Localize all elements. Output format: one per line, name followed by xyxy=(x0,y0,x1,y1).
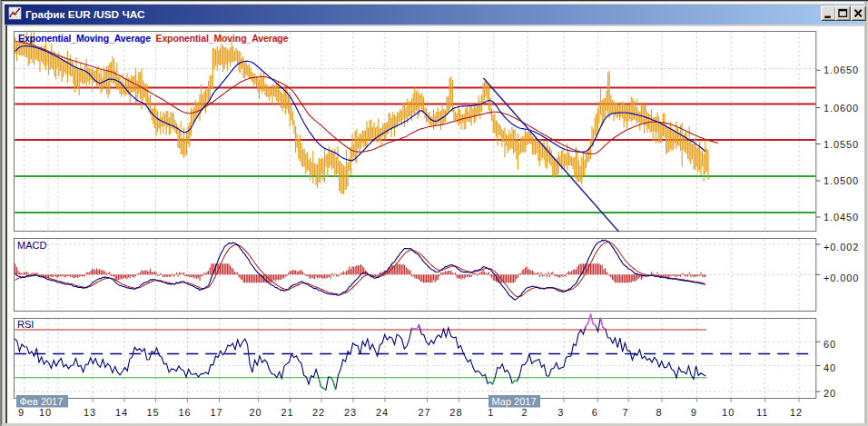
svg-text:RSI: RSI xyxy=(17,319,34,330)
svg-text:7: 7 xyxy=(623,407,629,418)
svg-text:Exponential_Moving_Average: Exponential_Moving_Average xyxy=(18,33,151,44)
svg-text:1.0550: 1.0550 xyxy=(824,139,859,150)
svg-text:+0.002: +0.002 xyxy=(824,242,859,253)
svg-text:60: 60 xyxy=(824,339,836,350)
svg-text:2: 2 xyxy=(522,407,528,418)
svg-text:+0.000: +0.000 xyxy=(824,272,859,283)
svg-text:1.0600: 1.0600 xyxy=(824,103,859,114)
svg-text:Мар 2017: Мар 2017 xyxy=(492,396,537,407)
svg-text:Exponential_Moving_Average: Exponential_Moving_Average xyxy=(156,33,289,44)
svg-text:11: 11 xyxy=(756,407,768,418)
svg-text:10: 10 xyxy=(722,407,735,418)
svg-text:16: 16 xyxy=(178,407,191,418)
svg-text:6: 6 xyxy=(592,407,598,418)
svg-text:3: 3 xyxy=(557,407,564,418)
svg-text:13: 13 xyxy=(84,407,96,418)
svg-text:10: 10 xyxy=(39,407,52,418)
svg-text:24: 24 xyxy=(376,407,389,418)
svg-text:12: 12 xyxy=(790,407,803,418)
svg-text:27: 27 xyxy=(418,407,430,418)
svg-text:22: 22 xyxy=(312,407,325,418)
svg-text:28: 28 xyxy=(449,407,462,418)
svg-text:20: 20 xyxy=(824,388,836,399)
svg-text:График EUR /USD ЧАС: График EUR /USD ЧАС xyxy=(25,8,145,21)
svg-text:23: 23 xyxy=(344,407,357,418)
svg-text:1.0500: 1.0500 xyxy=(824,175,859,186)
svg-text:1.0650: 1.0650 xyxy=(824,64,859,75)
svg-text:1: 1 xyxy=(488,407,494,418)
svg-text:9: 9 xyxy=(18,407,25,418)
svg-text:40: 40 xyxy=(824,362,836,373)
svg-text:Фев 2017: Фев 2017 xyxy=(20,396,64,407)
svg-text:9: 9 xyxy=(691,407,697,418)
svg-text:17: 17 xyxy=(210,407,222,418)
svg-text:MACD: MACD xyxy=(17,240,46,251)
svg-text:20: 20 xyxy=(249,407,261,418)
svg-text:8: 8 xyxy=(656,407,662,418)
svg-text:15: 15 xyxy=(146,407,159,418)
svg-text:1.0450: 1.0450 xyxy=(824,212,859,223)
svg-text:14: 14 xyxy=(115,407,128,418)
svg-text:21: 21 xyxy=(281,407,293,418)
